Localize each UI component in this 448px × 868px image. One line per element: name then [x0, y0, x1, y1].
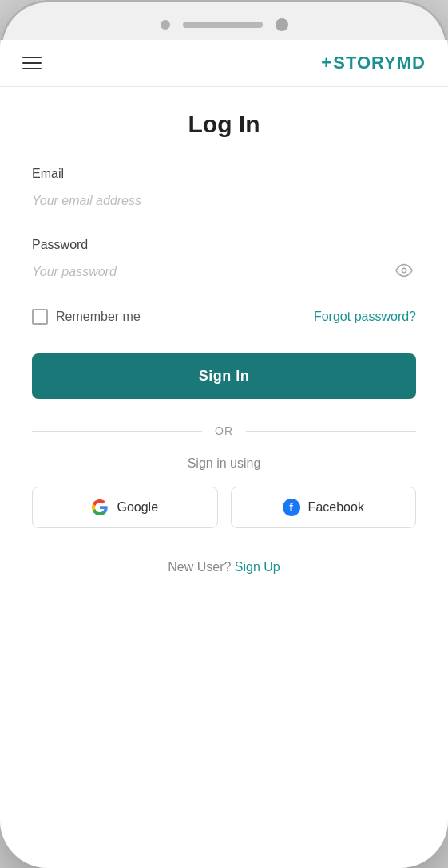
- remember-row: Remember me Forgot password?: [32, 309, 416, 325]
- camera-indicator: [161, 20, 170, 30]
- or-divider: OR: [32, 424, 416, 437]
- hamburger-menu-button[interactable]: [22, 57, 42, 69]
- app-logo: + STORYMD: [321, 53, 426, 73]
- google-button-label: Google: [117, 500, 158, 515]
- logo-plus-icon: +: [321, 54, 331, 72]
- app-header: + STORYMD: [0, 40, 448, 87]
- password-group: Password: [32, 238, 416, 286]
- email-group: Email: [32, 167, 416, 215]
- sensor-indicator: [276, 18, 288, 31]
- remember-me-group: Remember me: [32, 309, 141, 325]
- new-user-row: New User? Sign Up: [32, 560, 416, 574]
- main-content: Log In Email Password: [0, 87, 448, 868]
- google-icon: [91, 499, 109, 516]
- hamburger-line-3: [22, 68, 42, 69]
- email-label: Email: [32, 167, 416, 181]
- social-buttons-group: Google f Facebook: [32, 487, 416, 528]
- facebook-signin-button[interactable]: f Facebook: [231, 487, 417, 528]
- remember-me-label: Remember me: [56, 310, 141, 324]
- google-signin-button[interactable]: Google: [32, 487, 218, 528]
- page-title: Log In: [32, 111, 416, 138]
- hamburger-line-1: [22, 57, 42, 58]
- signin-using-text: Sign in using: [32, 456, 416, 471]
- phone-screen: + STORYMD Log In Email Password: [0, 40, 448, 868]
- password-wrapper: [32, 258, 416, 286]
- email-input[interactable]: [32, 187, 416, 215]
- signup-link[interactable]: Sign Up: [235, 560, 280, 574]
- password-label: Password: [32, 238, 416, 252]
- divider-line-left: [32, 431, 202, 432]
- phone-notch: [0, 0, 448, 40]
- toggle-password-icon[interactable]: [395, 262, 413, 283]
- facebook-button-label: Facebook: [308, 500, 364, 515]
- hamburger-line-2: [22, 62, 42, 64]
- forgot-password-link[interactable]: Forgot password?: [314, 310, 416, 324]
- svg-point-0: [402, 268, 406, 273]
- remember-me-checkbox[interactable]: [32, 309, 48, 325]
- password-input[interactable]: [32, 258, 416, 286]
- new-user-text: New User?: [168, 560, 231, 574]
- facebook-icon: f: [283, 499, 300, 516]
- speaker-indicator: [183, 22, 263, 28]
- or-text: OR: [215, 424, 233, 437]
- phone-shell: + STORYMD Log In Email Password: [0, 0, 448, 868]
- signin-button[interactable]: Sign In: [32, 353, 416, 399]
- logo-text: STORYMD: [333, 53, 426, 73]
- divider-line-right: [246, 431, 416, 432]
